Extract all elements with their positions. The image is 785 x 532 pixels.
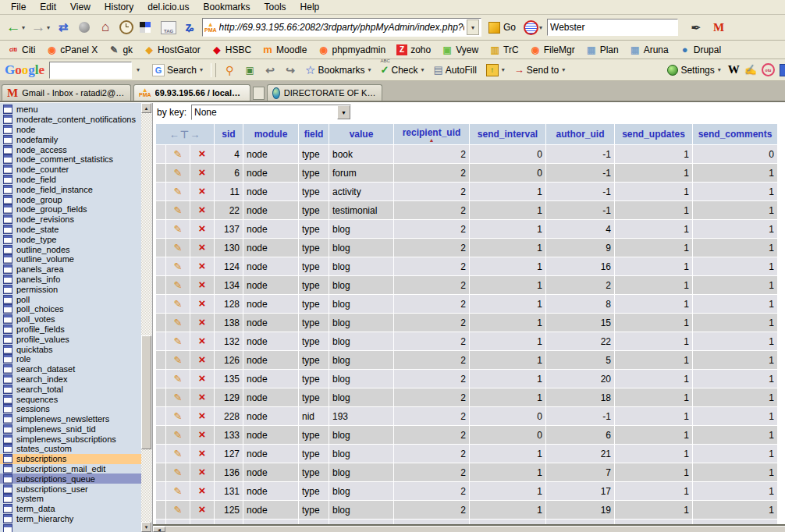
delete-row-button[interactable]: × (190, 145, 214, 163)
sidebar-item-quicktabs[interactable]: quicktabs (0, 344, 141, 354)
delete-row-button[interactable]: × (190, 332, 214, 350)
sidebar-item-poll-votes[interactable]: poll_votes (0, 314, 141, 325)
google-search-input[interactable] (49, 62, 132, 79)
sidebar-item-panels-info[interactable]: panels_info (0, 275, 141, 285)
next-link-button[interactable]: ↪ (282, 62, 298, 78)
forward-dropdown[interactable]: ▾ (47, 24, 50, 31)
tab-gmail-inbo[interactable]: MGmail - Inbox - ratadi2@gmail.com (2, 84, 131, 101)
sidebar-item-simplenews-subscriptions[interactable]: simplenews_subscriptions (0, 434, 141, 444)
edit-row-button[interactable]: ✎ (166, 239, 190, 257)
sidebar-item-search-index[interactable]: search_index (0, 374, 141, 385)
sidebar-item-poll-choices[interactable]: poll_choices (0, 304, 141, 314)
delete-row-button[interactable]: × (190, 239, 214, 257)
edit-row-button[interactable]: ✎ (166, 482, 190, 500)
edit-row-button[interactable]: ✎ (166, 463, 190, 481)
sidebar-item-system[interactable]: system (0, 494, 141, 504)
bookmark-aruna[interactable]: ▦Aruna (625, 43, 673, 57)
sidebar-item-node-revisions[interactable]: node_revisions (0, 215, 141, 225)
menu-file[interactable]: File (5, 0, 32, 14)
google-search-dropdown[interactable]: ▾ (137, 62, 145, 78)
scroll-down-button[interactable]: ▼ (141, 522, 151, 532)
home-button[interactable]: ⌂ (97, 17, 114, 37)
edit-row-button[interactable]: ✎ (166, 501, 190, 519)
quill-search-button[interactable]: ✒ (688, 20, 704, 35)
sidebar-item-profile-fields[interactable]: profile_fields (0, 325, 141, 335)
delete-row-button[interactable]: × (190, 351, 214, 369)
scroll-up-button[interactable]: ▲ (141, 103, 151, 113)
bookmark-plan[interactable]: ▦Plan (581, 43, 623, 57)
sidebar-item-node-type[interactable]: node_type (0, 234, 141, 244)
sidebar-item-subscriptions[interactable]: subscriptions (0, 454, 141, 464)
google-bookmarks-button[interactable]: ☆ Bookmarks ▾ (303, 62, 374, 79)
address-dropdown[interactable]: ▾ (467, 20, 479, 35)
sidebar-item-search-total[interactable]: search_total (0, 384, 141, 394)
delete-row-button[interactable]: × (190, 276, 214, 294)
sidebar-item-node-group[interactable]: node_group (0, 194, 141, 204)
sidebar-item-partial[interactable] (0, 523, 141, 532)
bookmark-trc[interactable]: ▥TrC (485, 43, 524, 57)
sidebar-item-sessions[interactable]: sessions (0, 404, 141, 414)
bookmark-cpanel-x[interactable]: ◉cPanel X (41, 43, 102, 57)
edit-row-button[interactable]: ✎ (166, 164, 190, 182)
column-header-send-updates[interactable]: send_updates (615, 124, 692, 144)
photos-button[interactable]: ▣ (242, 62, 258, 78)
column-header-recipient-uid[interactable]: recipient_uid▲ (394, 124, 469, 144)
bookmark-moodle[interactable]: mMoodle (258, 43, 311, 57)
column-header-author-uid[interactable]: author_uid (546, 124, 614, 144)
back-dropdown[interactable]: ▾ (22, 24, 25, 31)
bookmark-zoho[interactable]: Zzoho (392, 43, 435, 57)
bookmark-filemgr[interactable]: ◉FileMgr (525, 43, 580, 57)
striped-globe-button[interactable]: ▾ (523, 17, 543, 37)
sidebar-item-search-dataset[interactable]: search_dataset (0, 364, 141, 374)
toolbar-handle[interactable] (211, 63, 216, 77)
edit-row-button[interactable]: ✎ (166, 407, 190, 425)
spellcheck-button[interactable]: ✓ Check ▾ (378, 62, 427, 77)
bookmark-vyew[interactable]: ▣Vyew (437, 43, 483, 57)
go-button[interactable]: Go (485, 20, 519, 35)
send-to-dropdown[interactable]: ▾ (562, 66, 565, 73)
forward-button[interactable]: → ▾ (30, 17, 51, 37)
column-header-send-comments[interactable]: send_comments (693, 124, 777, 144)
send-to-button[interactable]: → Send to ▾ (512, 62, 567, 77)
edit-row-button[interactable]: ✎ (166, 314, 190, 332)
spellcheck-dropdown[interactable]: ▾ (421, 66, 424, 73)
sidebar-item-simplenews-snid-tid[interactable]: simplenews_snid_tid (0, 424, 141, 434)
tab-69-93-195-66[interactable]: PMA69.93.195.66 / localhost / genie... (133, 84, 250, 101)
wikipedia-button[interactable]: W (728, 63, 740, 76)
sidebar-item-node-group-fields[interactable]: node_group_fields (0, 204, 141, 215)
reload-button[interactable]: ⇄ (55, 17, 72, 37)
sidebar-item-nodefamily[interactable]: nodefamily (0, 134, 141, 144)
otu-button[interactable]: otu (762, 63, 775, 76)
column-header-field[interactable]: field (299, 124, 329, 144)
sidebar-item-subscriptions-mail-edit[interactable]: subscriptions_mail_edit (0, 464, 141, 474)
by-key-select[interactable]: None ▼ (191, 105, 351, 120)
upload-button[interactable]: ↑ ▾ (484, 62, 507, 78)
bookmark-hostgator[interactable]: ◆HostGator (139, 43, 205, 57)
sidebar-item-simplenews-newsletters[interactable]: simplenews_newsletters (0, 414, 141, 424)
menu-tools[interactable]: Tools (258, 0, 293, 14)
delete-row-button[interactable]: × (190, 183, 214, 200)
sidebar-item-node-counter[interactable]: node_counter (0, 165, 141, 175)
delete-row-button[interactable]: × (190, 445, 214, 463)
upload-dropdown[interactable]: ▾ (502, 66, 505, 73)
sidebar-item-outline-nodes[interactable]: outline_nodes (0, 244, 141, 254)
delete-row-button[interactable]: × (190, 370, 214, 388)
menu-history[interactable]: History (98, 0, 140, 14)
sidebar-item-role[interactable]: role (0, 354, 141, 364)
tab-directorate[interactable]: DIRECTORATE OF KANNADA AND C... (267, 84, 382, 101)
column-header-sid[interactable]: sid (215, 124, 243, 144)
partial-icon[interactable] (780, 64, 785, 76)
seahorse-button[interactable]: ʑ (181, 17, 198, 37)
address-input[interactable]: http://69.93.195.66:2082/3rdparty/phpMyA… (219, 22, 464, 33)
sidebar-item-node[interactable]: node (0, 125, 141, 135)
scrollbar-thumb[interactable] (141, 335, 151, 449)
sidebar-item-outline-volume[interactable]: outline_volume (0, 254, 141, 264)
new-tab-button[interactable] (253, 87, 265, 100)
delete-row-button[interactable]: × (190, 426, 214, 444)
settings-dropdown[interactable]: ▾ (718, 66, 721, 73)
gmail-button[interactable]: M (711, 20, 726, 35)
delete-row-button[interactable]: × (190, 501, 214, 519)
scroll-left-button[interactable]: ◀ (153, 527, 165, 532)
sidebar-item-moderate-content-notifications[interactable]: moderate_content_notifications (0, 115, 141, 125)
stop-button[interactable] (76, 17, 93, 37)
